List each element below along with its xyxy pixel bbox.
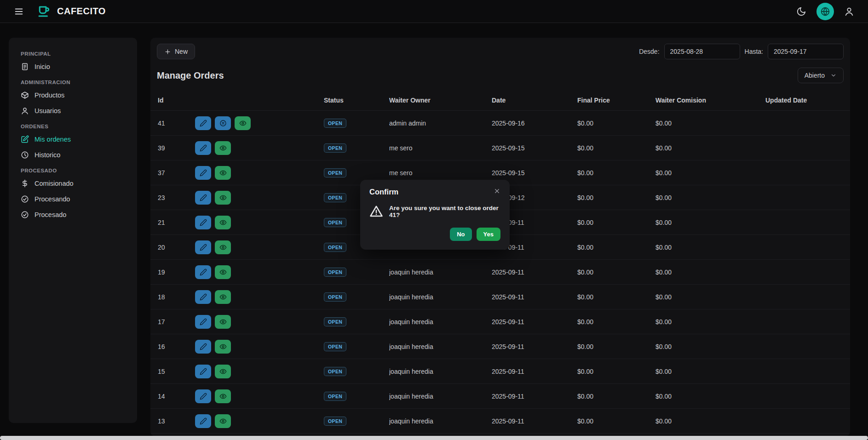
- cell-order-id: 19: [158, 269, 195, 276]
- dark-mode-icon[interactable]: [796, 6, 806, 17]
- horizontal-scrollbar[interactable]: [0, 436, 868, 440]
- sidebar-item-comisionado[interactable]: Comisionado: [9, 176, 137, 191]
- cell-order-id: 14: [158, 393, 195, 400]
- row-actions: [195, 290, 324, 304]
- edit-order-button[interactable]: [195, 389, 211, 403]
- title-row: Manage Orders Abierto: [150, 61, 850, 87]
- cell-final-price: $0.00: [577, 144, 655, 152]
- cell-order-id: 20: [158, 244, 195, 251]
- table-row: 13OPENjoaquin heredia2025-09-11$0.00$0.0…: [150, 409, 850, 434]
- edit-order-button[interactable]: [195, 340, 211, 354]
- view-order-button[interactable]: [215, 240, 231, 254]
- sidebar-item-historico[interactable]: Historico: [9, 147, 137, 163]
- check-circle-icon: [21, 195, 29, 203]
- edit-order-button[interactable]: [195, 116, 211, 130]
- new-order-button[interactable]: New: [157, 44, 195, 59]
- sidebar-item-procesando[interactable]: Procesando: [9, 191, 137, 207]
- status-badge: OPEN: [324, 417, 346, 426]
- table-row: 19OPENjoaquin heredia2025-09-11$0.00$0.0…: [150, 260, 850, 285]
- view-order-button[interactable]: [215, 365, 231, 378]
- view-order-button[interactable]: [215, 315, 231, 329]
- view-order-button[interactable]: [215, 290, 231, 304]
- status-badge: OPEN: [324, 119, 346, 128]
- status-filter-select[interactable]: Abierto: [798, 68, 844, 83]
- view-order-button[interactable]: [215, 389, 231, 403]
- edit-order-button[interactable]: [195, 166, 211, 180]
- eye-icon: [219, 244, 227, 251]
- col-header-id: Id: [158, 97, 195, 104]
- col-header-waiter-comision: Waiter Comision: [655, 97, 765, 104]
- edit-order-button[interactable]: [195, 315, 211, 329]
- close-order-button[interactable]: [215, 116, 231, 130]
- cell-order-id: 13: [158, 417, 195, 425]
- eye-icon: [219, 219, 227, 226]
- edit-order-button[interactable]: [195, 265, 211, 279]
- cell-status: OPEN: [324, 342, 389, 351]
- view-order-button[interactable]: [215, 340, 231, 354]
- sidebar-item-mis-ordenes[interactable]: Mis ordenes: [9, 131, 137, 147]
- edit-order-button[interactable]: [195, 240, 211, 254]
- cell-final-price: $0.00: [577, 293, 655, 301]
- sidebar-item-label: Comisionado: [34, 180, 74, 187]
- edit-order-button[interactable]: [195, 365, 211, 378]
- edit-order-button[interactable]: [195, 290, 211, 304]
- view-order-button[interactable]: [235, 116, 251, 130]
- cell-waiter-comision: $0.00: [655, 393, 765, 400]
- scrollbar-thumb[interactable]: [0, 436, 868, 440]
- row-actions: [195, 315, 324, 329]
- desde-date-input[interactable]: [664, 44, 740, 59]
- no-button[interactable]: No: [450, 228, 471, 241]
- x-circle-icon: [219, 120, 227, 127]
- cell-order-id: 18: [158, 293, 195, 301]
- view-order-button[interactable]: [215, 414, 231, 428]
- pencil-icon: [200, 219, 207, 226]
- sidebar-item-productos[interactable]: Productos: [9, 87, 137, 103]
- yes-button[interactable]: Yes: [477, 228, 500, 241]
- cell-waiter-comision: $0.00: [655, 417, 765, 425]
- view-order-button[interactable]: [215, 141, 231, 155]
- sidebar-section-label: PRINCIPAL: [9, 46, 137, 59]
- cell-date: 2025-09-16: [492, 120, 577, 127]
- hasta-date-input[interactable]: [768, 44, 844, 59]
- pencil-icon: [200, 318, 207, 326]
- col-header-status: Status: [324, 97, 389, 104]
- cell-waiter-comision: $0.00: [655, 343, 765, 350]
- cell-date: 2025-09-11: [492, 318, 577, 326]
- cell-waiter-owner: joaquin heredia: [389, 417, 492, 425]
- eye-icon: [219, 368, 227, 375]
- cell-final-price: $0.00: [577, 393, 655, 400]
- menu-icon[interactable]: [14, 6, 24, 17]
- sidebar-section-label: ADMINISTRACION: [9, 74, 137, 87]
- row-actions: [195, 216, 324, 229]
- edit-order-button[interactable]: [195, 141, 211, 155]
- table-row: 16OPENjoaquin heredia2025-09-11$0.00$0.0…: [150, 334, 850, 359]
- eye-icon: [219, 144, 227, 152]
- cell-waiter-owner: admin admin: [389, 120, 492, 127]
- language-button[interactable]: [816, 3, 834, 20]
- pencil-icon: [200, 417, 207, 425]
- sidebar-item-procesado[interactable]: Procesado: [9, 207, 137, 223]
- table-header: IdStatusWaiter OwnerDateFinal PriceWaite…: [150, 90, 850, 111]
- cell-waiter-owner: joaquin heredia: [389, 368, 492, 375]
- dollar-icon: [21, 179, 29, 188]
- close-dialog-icon[interactable]: [494, 188, 500, 194]
- view-order-button[interactable]: [215, 216, 231, 229]
- sidebar-item-label: Mis ordenes: [34, 136, 71, 143]
- view-order-button[interactable]: [215, 265, 231, 279]
- cell-final-price: $0.00: [577, 269, 655, 276]
- eye-icon: [219, 417, 227, 425]
- profile-icon[interactable]: [844, 6, 854, 17]
- view-order-button[interactable]: [215, 191, 231, 205]
- status-badge: OPEN: [324, 268, 346, 277]
- cell-status: OPEN: [324, 119, 389, 128]
- row-actions: [195, 265, 324, 279]
- sidebar-item-usuarios[interactable]: Usuarios: [9, 103, 137, 119]
- sidebar-item-inicio[interactable]: Inicio: [9, 59, 137, 74]
- cell-status: OPEN: [324, 268, 389, 277]
- edit-order-button[interactable]: [195, 191, 211, 205]
- pencil-icon: [200, 343, 207, 350]
- view-order-button[interactable]: [215, 166, 231, 180]
- row-actions: [195, 240, 324, 254]
- edit-order-button[interactable]: [195, 414, 211, 428]
- edit-order-button[interactable]: [195, 216, 211, 229]
